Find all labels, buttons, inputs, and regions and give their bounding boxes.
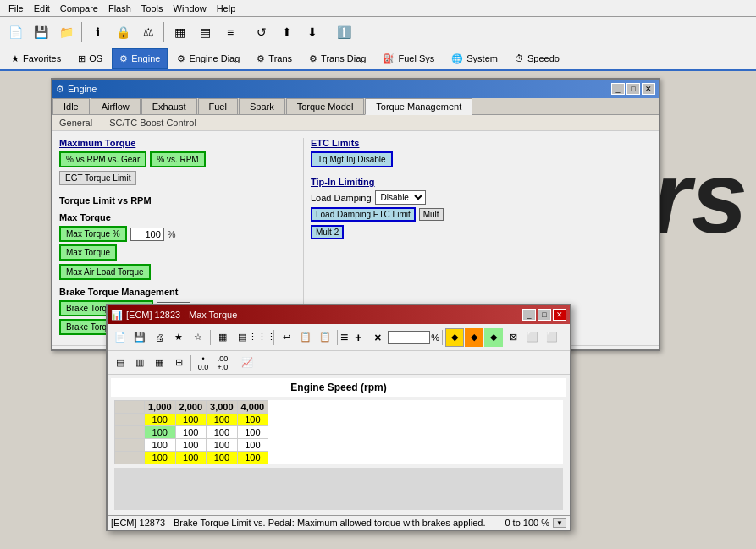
download-button[interactable]: ⬇ bbox=[301, 20, 324, 44]
table-cell-4-4[interactable]: 100 bbox=[237, 452, 268, 464]
info-button[interactable]: ℹ bbox=[86, 20, 109, 44]
menu-help[interactable]: Help bbox=[212, 3, 241, 14]
mult-button[interactable]: Mult bbox=[419, 208, 444, 221]
ecm-value-input[interactable] bbox=[388, 331, 430, 344]
menu-flash[interactable]: Flash bbox=[103, 3, 136, 14]
sub-tab-sc-tc[interactable]: SC/TC Boost Control bbox=[109, 118, 196, 128]
ecm-undo-button[interactable]: ↩ bbox=[277, 328, 295, 347]
table-cell-3-1[interactable]: 100 bbox=[145, 439, 176, 452]
max-torque-pct-button[interactable]: Max Torque % bbox=[59, 226, 127, 242]
engine-tab-torque-mgmt[interactable]: Torque Management bbox=[365, 98, 472, 115]
ecm-times-button[interactable]: × bbox=[368, 328, 387, 347]
ecm-save-button[interactable]: 💾 bbox=[130, 328, 149, 347]
nav-tab-fuel-sys[interactable]: ⛽ Fuel Sys bbox=[375, 48, 442, 69]
engine-tab-idle[interactable]: Idle bbox=[52, 98, 90, 114]
nav-tab-engine[interactable]: ⚙ Engine bbox=[112, 48, 168, 69]
table-cell-2-4[interactable]: 100 bbox=[237, 426, 268, 439]
pct-vs-rpm-button[interactable]: % vs. RPM bbox=[150, 151, 205, 167]
ecm-hex-button[interactable]: •0.0 bbox=[194, 354, 212, 372]
menu-file[interactable]: File bbox=[3, 3, 29, 14]
engine-minimize-button[interactable]: _ bbox=[611, 83, 625, 95]
ecm-color1-button[interactable]: ◆ bbox=[445, 328, 464, 347]
nav-tab-favorites[interactable]: ★ Favorites bbox=[3, 48, 69, 69]
ecm-crosshair-button[interactable]: ⊠ bbox=[504, 328, 522, 347]
table-cell-1-1[interactable]: 100 bbox=[145, 414, 176, 426]
sub-tab-general[interactable]: General bbox=[59, 118, 92, 128]
table-cell-2-3[interactable]: 100 bbox=[207, 426, 238, 439]
max-torque-button[interactable]: Max Torque bbox=[59, 244, 117, 261]
ecm-layout2-button[interactable]: ▥ bbox=[130, 354, 149, 372]
ecm-minimize-button[interactable]: _ bbox=[522, 309, 536, 321]
ecm-square-button[interactable]: ⬜ bbox=[523, 328, 542, 347]
table-cell-4-1[interactable]: 100 bbox=[145, 452, 176, 464]
menu-tools[interactable]: Tools bbox=[136, 3, 168, 14]
menu-edit[interactable]: Edit bbox=[29, 3, 55, 14]
menu-window[interactable]: Window bbox=[168, 3, 212, 14]
ecm-scroll-down-button[interactable]: ▼ bbox=[553, 518, 566, 528]
list-button[interactable]: ≡ bbox=[218, 20, 242, 44]
ecm-copy-button[interactable]: 📋 bbox=[296, 328, 315, 347]
table-cell-2-1[interactable]: 100 bbox=[145, 426, 176, 439]
ecm-layout3-button[interactable]: ▦ bbox=[150, 354, 168, 372]
ecm-color3-button[interactable]: ◆ bbox=[484, 328, 503, 347]
ecm-color2-button[interactable]: ◆ bbox=[465, 328, 483, 347]
engine-tab-airflow[interactable]: Airflow bbox=[91, 98, 141, 114]
nav-tab-system[interactable]: 🌐 System bbox=[444, 48, 505, 69]
table-cell-1-3[interactable]: 100 bbox=[207, 414, 238, 426]
nav-tab-speedo[interactable]: ⏱ Speedo bbox=[507, 48, 567, 69]
engine-close-button[interactable]: ✕ bbox=[642, 83, 655, 95]
ecm-close-button[interactable]: ✕ bbox=[553, 309, 566, 321]
egt-torque-limit-button[interactable]: EGT Torque Limit bbox=[59, 171, 136, 185]
ecm-square2-button[interactable]: ⬜ bbox=[543, 328, 561, 347]
grid-button[interactable]: ▦ bbox=[168, 20, 191, 44]
ecm-paste-button[interactable]: 📋 bbox=[316, 328, 334, 347]
ecm-plus-button[interactable]: + bbox=[349, 328, 367, 347]
load-damping-etc-button[interactable]: Load Damping ETC Limit bbox=[311, 207, 416, 222]
about-button[interactable]: ℹ️ bbox=[332, 20, 356, 44]
table-button[interactable]: ▤ bbox=[193, 20, 217, 44]
brake-torque-title: Brake Torque Management bbox=[59, 287, 296, 297]
engine-tab-spark[interactable]: Spark bbox=[239, 98, 285, 114]
table-cell-3-4[interactable]: 100 bbox=[237, 439, 268, 452]
engine-restore-button[interactable]: □ bbox=[626, 83, 640, 95]
load-damping-select[interactable]: Disable bbox=[375, 190, 426, 205]
ecm-decimal-button[interactable]: .00+.0 bbox=[213, 354, 232, 372]
table-cell-3-3[interactable]: 100 bbox=[207, 439, 238, 452]
nav-tab-trans-diag[interactable]: ⚙ Trans Diag bbox=[301, 48, 373, 69]
pct-vs-rpm-gear-button[interactable]: % vs RPM vs. Gear bbox=[59, 151, 146, 167]
engine-tab-fuel[interactable]: Fuel bbox=[198, 98, 238, 114]
upload-button[interactable]: ⬆ bbox=[275, 20, 299, 44]
lock-button[interactable]: 🔒 bbox=[111, 20, 135, 44]
ecm-new-button[interactable]: 📄 bbox=[111, 328, 130, 347]
ecm-star-button[interactable]: ★ bbox=[169, 328, 188, 347]
save-button[interactable]: 💾 bbox=[29, 20, 52, 44]
table-cell-4-2[interactable]: 100 bbox=[175, 452, 207, 464]
ecm-grid-button[interactable]: ▦ bbox=[213, 328, 232, 347]
table-cell-1-2[interactable]: 100 bbox=[175, 414, 207, 426]
engine-tab-torque-model[interactable]: Torque Model bbox=[286, 98, 365, 114]
max-torque-pct-input[interactable] bbox=[130, 228, 164, 241]
tq-mgt-inj-disable-button[interactable]: Tq Mgt Inj Disable bbox=[311, 151, 393, 167]
ecm-star-outline-button[interactable]: ☆ bbox=[189, 328, 207, 347]
ecm-print-button[interactable]: 🖨 bbox=[150, 328, 168, 347]
table-cell-1-4[interactable]: 100 bbox=[237, 414, 268, 426]
ecm-restore-button[interactable]: □ bbox=[538, 309, 551, 321]
refresh-button[interactable]: ↺ bbox=[250, 20, 273, 44]
ecm-markers-button[interactable]: ⋮⋮⋮ bbox=[252, 328, 271, 347]
table-cell-4-3[interactable]: 100 bbox=[207, 452, 238, 464]
menu-compare[interactable]: Compare bbox=[55, 3, 103, 14]
ecm-chart-button[interactable]: 📈 bbox=[238, 354, 257, 372]
nav-tab-engine-diag[interactable]: ⚙ Engine Diag bbox=[169, 48, 247, 69]
table-cell-3-2[interactable]: 100 bbox=[175, 439, 207, 452]
nav-tab-trans[interactable]: ⚙ Trans bbox=[249, 48, 300, 69]
table-cell-2-2[interactable]: 100 bbox=[175, 426, 207, 439]
new-button[interactable]: 📄 bbox=[3, 20, 27, 44]
ecm-layout1-button[interactable]: ▤ bbox=[111, 354, 130, 372]
open-button[interactable]: 📁 bbox=[54, 20, 78, 44]
mult2-button[interactable]: Mult 2 bbox=[311, 225, 344, 239]
ecm-table2-button[interactable]: ⊞ bbox=[169, 354, 188, 372]
engine-tab-exhaust[interactable]: Exhaust bbox=[141, 98, 197, 114]
max-air-load-button[interactable]: Max Air Load Torque bbox=[59, 264, 151, 280]
nav-tab-os[interactable]: ⊞ OS bbox=[70, 48, 110, 69]
compare-button[interactable]: ⚖ bbox=[136, 20, 160, 44]
